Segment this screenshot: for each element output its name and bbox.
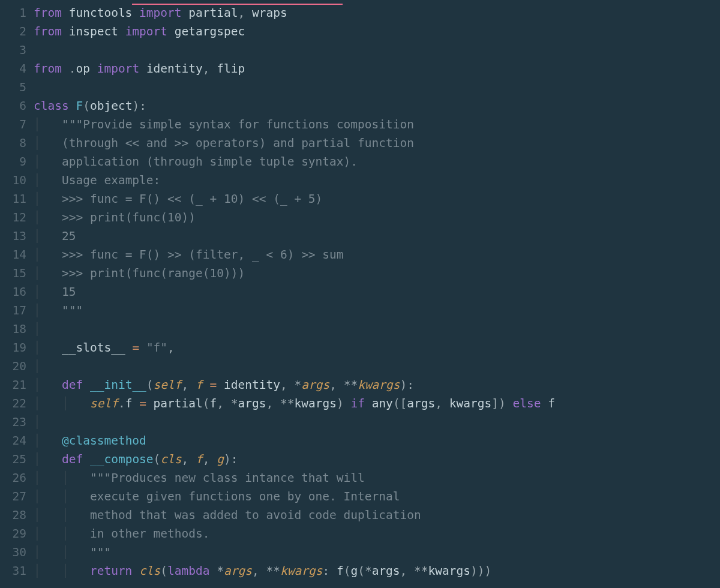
line-number: 13	[0, 227, 26, 245]
token-self: self	[90, 397, 118, 410]
code-line[interactable]: │ │ return cls(lambda *args, **kwargs: f…	[34, 562, 720, 580]
token-op: =	[203, 378, 224, 392]
code-line[interactable]: │ application (through simple tuple synt…	[34, 152, 720, 171]
token-str: application (through simple tuple syntax…	[62, 155, 358, 169]
code-line[interactable]: │ Usage example:	[34, 171, 720, 190]
token-punct: ,	[435, 397, 449, 410]
token-id: kwargs	[428, 564, 470, 578]
token-kw: import	[139, 6, 188, 20]
code-area[interactable]: from functools import partial, wrapsfrom…	[34, 0, 720, 588]
token-punct: ):	[132, 99, 146, 113]
token-guide: │	[34, 434, 62, 448]
token-guide: │	[34, 173, 62, 187]
code-line[interactable]: │ │ """	[34, 543, 720, 562]
code-line[interactable]: │ │ self.f = partial(f, *args, **kwargs)…	[34, 394, 720, 413]
line-number: 17	[0, 301, 26, 320]
line-number: 18	[0, 320, 26, 338]
code-line[interactable]: │	[34, 413, 720, 431]
code-line[interactable]	[34, 78, 720, 97]
line-number: 8	[0, 134, 26, 152]
code-line[interactable]: │ __slots__ = "f",	[34, 338, 720, 357]
token-punct: ])	[491, 397, 512, 410]
code-line[interactable]: │ >>> print(func(10))	[34, 208, 720, 227]
token-self: cls	[160, 452, 181, 466]
token-id: object	[90, 99, 132, 113]
token-id: partial	[154, 397, 203, 410]
token-punct: (	[160, 564, 167, 578]
code-line[interactable]: │ │ execute given functions one by one. …	[34, 487, 720, 506]
code-line[interactable]: class F(object):	[34, 97, 720, 115]
code-line[interactable]: from .op import identity, flip	[34, 59, 720, 78]
token-id: functools	[69, 6, 139, 20]
token-guide: │ │	[34, 545, 90, 559]
token-id: identity	[224, 378, 280, 392]
token-kw: return	[90, 564, 139, 578]
line-number: 6	[0, 97, 26, 115]
token-punct: *	[217, 564, 224, 578]
token-kw: def	[62, 378, 90, 392]
token-punct: ,	[167, 341, 175, 355]
token-str: Usage example:	[62, 173, 160, 187]
token-param: kwargs	[280, 564, 322, 578]
token-punct: :	[322, 564, 336, 578]
token-str: >>> func = F() << (_ + 10) << (_ + 5)	[62, 192, 322, 206]
code-line[interactable]: │ """Provide simple syntax for functions…	[34, 115, 720, 134]
token-punct: (	[83, 99, 90, 113]
line-number: 21	[0, 376, 26, 394]
code-line[interactable]: │ @classmethod	[34, 431, 720, 450]
line-number: 2	[0, 22, 26, 41]
line-number: 4	[0, 59, 26, 78]
token-str: execute given functions one by one. Inte…	[90, 490, 400, 503]
code-line[interactable]: from inspect import getargspec	[34, 22, 720, 41]
token-punct: ):	[400, 378, 414, 392]
token-punct: (	[203, 397, 210, 410]
code-line[interactable]: │ >>> func = F() << (_ + 10) << (_ + 5)	[34, 190, 720, 208]
code-line[interactable]: │ 25	[34, 227, 720, 245]
token-punct: , **	[400, 564, 428, 578]
token-punct: (*	[358, 564, 371, 578]
line-number: 5	[0, 78, 26, 97]
code-line[interactable]: │ │ """Produces new class intance that w…	[34, 469, 720, 487]
line-number: 23	[0, 413, 26, 431]
token-guide: │	[34, 341, 62, 355]
code-line[interactable]: │ def __compose(cls, f, g):	[34, 450, 720, 469]
code-line[interactable]: │	[34, 320, 720, 338]
code-line[interactable]: │	[34, 357, 720, 376]
token-id: f	[337, 564, 344, 578]
line-number: 10	[0, 171, 26, 190]
code-line[interactable]: from functools import partial, wraps	[34, 4, 720, 22]
token-id: args	[238, 397, 266, 410]
code-editor[interactable]: 1234567891011121314151617181920212223242…	[0, 0, 720, 588]
token-punct: , *	[217, 397, 238, 410]
token-punct: ,	[182, 378, 196, 392]
token-fn: __init__	[90, 378, 146, 392]
token-guide: │ │	[34, 564, 90, 578]
token-str: >>> print(func(range(10)))	[62, 266, 245, 280]
code-line[interactable]: │ 15	[34, 283, 720, 301]
token-str: (through << and >> operators) and partia…	[62, 136, 414, 150]
line-number: 11	[0, 190, 26, 208]
code-line[interactable]: │ >>> func = F() >> (filter, _ < 6) >> s…	[34, 245, 720, 264]
code-line[interactable]: │ (through << and >> operators) and part…	[34, 134, 720, 152]
token-self: self	[154, 378, 182, 392]
token-kw: from	[34, 62, 69, 76]
code-line[interactable]: │ >>> print(func(range(10)))	[34, 264, 720, 283]
token-guide: │ │	[34, 471, 90, 485]
token-str: method that was added to avoid code dupl…	[90, 508, 421, 522]
token-id: g	[350, 564, 358, 578]
line-number: 31	[0, 562, 26, 580]
token-guide: │ │	[34, 508, 90, 522]
token-str: """Provide simple syntax for functions c…	[62, 118, 414, 131]
code-line[interactable]: │ def __init__(self, f = identity, *args…	[34, 376, 720, 394]
line-number: 15	[0, 264, 26, 283]
token-kw: else	[513, 397, 548, 410]
code-line[interactable]: │ │ method that was added to avoid code …	[34, 506, 720, 524]
code-line[interactable]: │ """	[34, 301, 720, 320]
token-id: f	[548, 397, 555, 410]
line-number: 25	[0, 450, 26, 469]
code-line[interactable]	[34, 41, 720, 59]
line-number: 1	[0, 4, 26, 22]
token-id: args	[372, 564, 400, 578]
code-line[interactable]: │ │ in other methods.	[34, 524, 720, 543]
line-number: 9	[0, 152, 26, 171]
